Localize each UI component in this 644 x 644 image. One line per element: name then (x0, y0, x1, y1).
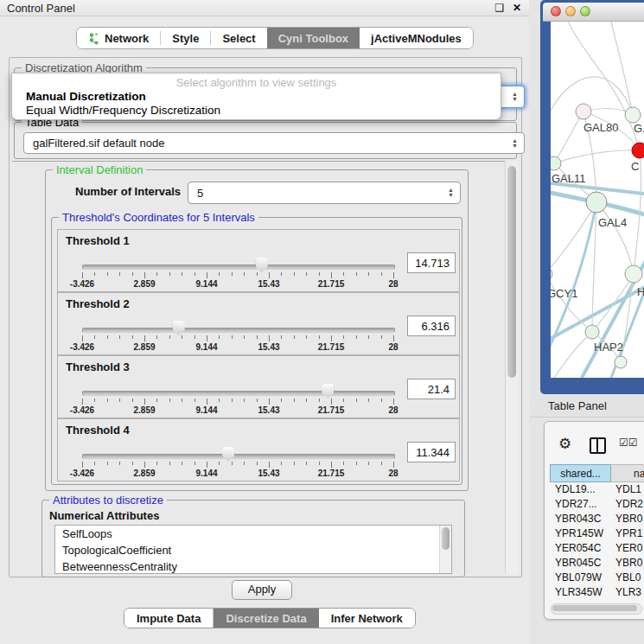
numerical-attributes-list[interactable]: SelfLoopsTopologicalCoefficientBetweenne… (54, 525, 452, 574)
thresholds-groupbox: Threshold's Coordinates for 5 Intervals … (51, 217, 462, 485)
network-edge[interactable] (554, 112, 583, 163)
slider-tick-label: 15.43 (258, 279, 279, 289)
slider-tick (144, 462, 145, 468)
network-node[interactable] (551, 267, 552, 281)
apply-button[interactable]: Apply (232, 580, 292, 600)
slider-tick (82, 399, 83, 405)
network-edge[interactable] (596, 202, 634, 274)
attribute-list-item[interactable]: TopologicalCoefficient (55, 542, 451, 558)
slider-thumb[interactable] (222, 447, 234, 462)
scrollbar-thumb[interactable] (507, 166, 516, 378)
tab-label: Network (105, 32, 149, 45)
threshold-row: Threshold 1-3.4262.8599.14415.4321.71528 (57, 229, 460, 292)
tab-label: Select (222, 32, 255, 45)
list-vertical-scrollbar[interactable] (439, 526, 451, 573)
network-node[interactable] (625, 265, 642, 283)
dropdown-option-equal-width[interactable]: Equal Width/Frequency Discretization (16, 104, 497, 118)
slider-tick (281, 272, 282, 276)
column-layout-icon[interactable] (590, 437, 606, 454)
network-node[interactable] (551, 156, 561, 170)
slider-tick (194, 335, 195, 339)
table-row[interactable]: YPR145WYPR1 (550, 526, 644, 541)
tab-cyni-toolbox[interactable]: Cyni Toolbox (267, 28, 360, 48)
cell-shared-name: YBR043C (550, 512, 611, 526)
threshold-value-input[interactable] (407, 442, 456, 462)
minimize-traffic-light[interactable] (565, 6, 576, 16)
slider-thumb[interactable] (322, 384, 334, 399)
num-intervals-combobox[interactable]: 5 ▲▼ (188, 182, 461, 204)
tab-label: Discretize Data (226, 612, 306, 625)
float-window-icon[interactable]: ❑ (493, 1, 507, 15)
slider-tick (319, 399, 320, 402)
cell-name: YER0 (611, 541, 644, 556)
table-row[interactable]: YBR045CYBR0 (550, 556, 644, 571)
scrollbar-thumb[interactable] (442, 527, 450, 550)
network-edge[interactable] (611, 22, 633, 115)
network-node-label: C (631, 160, 639, 173)
slider-tick (319, 335, 320, 339)
table-row[interactable]: YLR345WYLR3 (550, 585, 644, 600)
slider-tick (219, 272, 220, 276)
tab-jactivemnodules[interactable]: jActiveMNodules (360, 28, 473, 48)
zoom-traffic-light[interactable] (580, 6, 590, 16)
threshold-row: Threshold 3-3.4262.8599.14415.4321.71528 (57, 355, 460, 418)
slider-thumb[interactable] (256, 258, 268, 272)
network-edge[interactable] (551, 77, 633, 125)
slider-track[interactable] (82, 454, 395, 459)
network-node[interactable] (625, 107, 641, 123)
attribute-list-item[interactable]: BetweennessCentrality (55, 558, 451, 574)
table-row[interactable]: YBR043CYBR0 (550, 512, 644, 526)
checkbox-icons[interactable]: ☑☑ (619, 437, 638, 449)
gear-icon[interactable]: ⚙ (558, 435, 571, 452)
tab-infer-network[interactable]: Infer Network (319, 609, 415, 628)
slider-tick (244, 272, 245, 276)
close-traffic-light[interactable] (551, 6, 561, 16)
table-row[interactable]: YDR27...YDR2 (550, 497, 644, 512)
table-row[interactable]: YBL079WYBL0 (550, 571, 644, 585)
network-window-titlebar[interactable] (543, 3, 644, 22)
column-header-name[interactable]: na (611, 464, 644, 482)
table-data-combobox[interactable]: galFiltered.sif default node ▲▼ (23, 132, 525, 154)
network-node[interactable] (632, 143, 644, 158)
table-row[interactable]: YER054CYER0 (550, 541, 644, 556)
column-header-shared-name[interactable]: shared... (550, 464, 611, 482)
network-node[interactable] (576, 104, 591, 119)
tab-impute-data[interactable]: Impute Data (124, 609, 214, 628)
vertical-scrollbar[interactable] (505, 162, 519, 574)
close-window-icon[interactable]: ✕ (510, 1, 524, 15)
attribute-list-item[interactable]: SelfLoops (55, 526, 451, 542)
tab-network[interactable]: Network (77, 28, 160, 48)
network-node[interactable] (586, 192, 607, 213)
slider-tick (182, 399, 182, 402)
table-row[interactable]: YIL052CYIL0 (550, 600, 644, 603)
network-node[interactable] (585, 325, 599, 339)
slider-track[interactable] (82, 391, 395, 396)
network-node[interactable] (615, 356, 627, 368)
table-horizontal-scrollbar[interactable] (551, 603, 642, 615)
slider-tick-label: 15.43 (258, 469, 279, 478)
slider-tick-label: 28 (388, 342, 398, 352)
tab-style[interactable]: Style (161, 28, 210, 48)
slider-tick (169, 399, 170, 402)
tab-discretize-data[interactable]: Discretize Data (214, 609, 318, 628)
network-edge[interactable] (554, 150, 640, 163)
control-panel-tabbar: Network Style Select Cyni Toolbox jActiv… (76, 27, 474, 49)
dropdown-prompt-item[interactable]: Select algorithm to view settings (12, 76, 501, 89)
network-edge[interactable] (551, 274, 592, 332)
threshold-value-input[interactable] (407, 252, 456, 273)
slider-track[interactable] (82, 328, 395, 333)
scrollbar-thumb[interactable] (552, 605, 637, 611)
slider-tick (232, 462, 233, 465)
slider-thumb[interactable] (173, 321, 185, 335)
attribute-items: SelfLoopsTopologicalCoefficientBetweenne… (55, 526, 451, 574)
tab-select[interactable]: Select (211, 28, 266, 48)
slider-track[interactable] (82, 265, 395, 270)
dropdown-option-manual-discretization[interactable]: Manual Discretization (16, 90, 497, 104)
table-row[interactable]: YDL19...YDL1 (550, 482, 644, 497)
threshold-value-input[interactable] (407, 379, 456, 399)
slider-tick (368, 399, 369, 402)
slider-tick-label: 21.715 (318, 342, 345, 352)
network-canvas[interactable]: GAL80G.CGAL11GAL4GCY1HHAP2 (551, 22, 644, 378)
threshold-value-input[interactable] (407, 316, 456, 336)
slider-tick (331, 335, 332, 341)
